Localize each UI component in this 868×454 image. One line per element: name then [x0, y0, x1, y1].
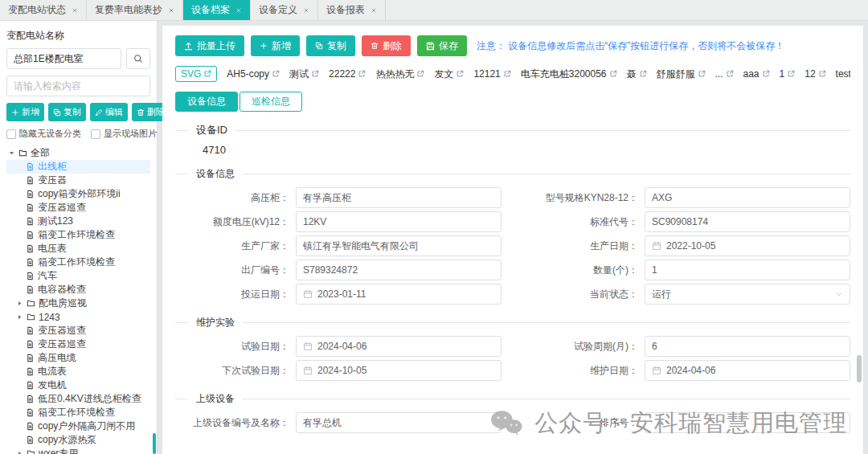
tree-item[interactable]: 变压器巡查 — [6, 337, 150, 351]
close-icon — [72, 7, 78, 14]
device-tag[interactable]: 12 — [805, 68, 825, 80]
text-input[interactable]: 12KV — [296, 211, 502, 232]
form-field: 数量(个)：1 — [524, 260, 850, 280]
toolbar-upload-button[interactable]: 批量上传 — [175, 35, 244, 56]
date-input[interactable]: 2024-04-06 — [645, 360, 850, 381]
device-tag[interactable]: 1 — [780, 68, 796, 80]
text-input[interactable]: 1 — [645, 260, 850, 280]
station-input[interactable] — [6, 48, 121, 69]
window-tab[interactable]: 变配电站状态 — [0, 0, 87, 20]
toolbar-save-button[interactable]: 保存 — [417, 35, 467, 56]
launch-icon — [503, 70, 511, 78]
search-button[interactable] — [126, 48, 150, 69]
window-tab[interactable]: 设备定义 — [251, 0, 318, 20]
window-tab[interactable]: 设备档案 — [183, 0, 251, 20]
main-scrollbar-thumb[interactable] — [857, 355, 862, 382]
device-tag[interactable]: 聂 — [627, 67, 647, 81]
device-tag[interactable]: 测试 — [289, 67, 319, 81]
watermark-text: 公众号 · 安科瑞智慧用电管理 — [534, 407, 847, 440]
tree-item[interactable]: 变压器巡查 — [6, 324, 150, 337]
field-label: 生产日期： — [524, 239, 645, 253]
device-tag[interactable]: SVG — [175, 66, 217, 82]
tree-item[interactable]: 变压器巡查 — [6, 201, 150, 215]
sidebar-checkbox[interactable]: 隐藏无设备分类 — [6, 128, 81, 140]
toolbar-copy-button[interactable]: 复制 — [306, 35, 355, 56]
tree-item-label: 低压0.4KV进线总柜检查 — [38, 392, 141, 406]
tree-item[interactable]: 出线柜 — [6, 160, 150, 174]
date-input[interactable]: 2023-01-11 — [296, 284, 502, 305]
tree-item[interactable]: 发电机 — [6, 378, 150, 392]
tree-item[interactable]: 箱变工作环境检查 — [6, 256, 150, 269]
doc-icon — [26, 367, 35, 376]
tree-item[interactable]: 1243 — [6, 310, 150, 324]
device-tag[interactable]: aaa — [743, 68, 770, 80]
device-tag[interactable]: 热热热无 — [375, 67, 424, 81]
device-tag[interactable]: 12121 — [473, 68, 510, 80]
text-input[interactable]: 镇江有孚智能电气有限公司 — [296, 235, 502, 256]
field-label: 上级设备编号及名称： — [175, 416, 296, 430]
device-tag[interactable]: AH5-copy — [227, 68, 280, 80]
content-tab[interactable]: 巡检信息 — [240, 92, 302, 112]
tree-item-label: 箱变工作环境检查 — [38, 256, 115, 269]
toolbar-delete-button[interactable]: 删除 — [362, 35, 411, 56]
text-input[interactable]: S789324872 — [296, 260, 502, 280]
sidebar-checkbox[interactable]: 显示现场图片 — [91, 128, 157, 140]
date-input[interactable]: 2024-04-06 — [296, 336, 502, 357]
sidebar-plus-button[interactable]: 新增 — [6, 103, 44, 121]
device-tag[interactable]: 22222 — [329, 68, 366, 80]
section-divider: 设备信息 — [175, 167, 850, 181]
sidebar-copy-button[interactable]: 复制 — [48, 103, 86, 121]
field-label: 高压柜： — [175, 191, 296, 205]
input-value: 2024-04-06 — [666, 365, 715, 376]
content-tab[interactable]: 设备信息 — [175, 92, 238, 112]
select-input[interactable]: 运行 — [645, 284, 850, 305]
toolbar-plus-button[interactable]: 新增 — [251, 35, 300, 56]
tree-item[interactable]: wxer专用 — [6, 447, 150, 454]
tree-item[interactable]: 测试123 — [6, 215, 150, 228]
form-field: 标准代号：SC90908174 — [524, 211, 850, 232]
device-tag[interactable]: 舒服舒服 — [657, 67, 706, 81]
field-label: 试验日期： — [175, 340, 296, 354]
sidebar-scrollbar-thumb[interactable] — [153, 433, 156, 454]
window-tab[interactable]: 复费率电能表抄 — [87, 0, 183, 20]
tree-item[interactable]: 配电房巡视 — [6, 297, 150, 310]
tree-item[interactable]: 电容器检查 — [6, 283, 150, 297]
date-input[interactable]: 2022-10-05 — [645, 235, 850, 256]
device-tag[interactable]: ... — [715, 68, 734, 80]
window-tab[interactable]: 设备报表 — [318, 0, 386, 20]
close-icon — [303, 7, 309, 14]
sidebar: 变配电站名称 新增复制编辑删除 隐藏无设备分类显示现场图片 全部出线柜变压器co… — [0, 21, 158, 454]
launch-icon — [726, 70, 734, 78]
plus-icon — [260, 42, 268, 50]
tree-item[interactable]: 电压表 — [6, 242, 150, 256]
text-input[interactable]: 有孚总机 — [296, 412, 502, 433]
form-field: 出厂编号：S789324872 — [175, 260, 502, 280]
tree-item[interactable]: 变压器 — [6, 174, 150, 187]
tree-item[interactable]: copy水源热泵 — [6, 433, 150, 447]
tree-root[interactable]: 全部 — [6, 146, 150, 160]
text-input[interactable]: 6 — [645, 336, 850, 357]
checkbox[interactable] — [91, 129, 100, 139]
doc-icon — [26, 381, 35, 390]
text-input[interactable]: 有孚高压柜 — [296, 187, 502, 208]
chevron-down-icon — [835, 290, 843, 298]
doc-icon — [26, 203, 35, 212]
tree-item[interactable]: copy户外隔高刀闸不用 — [6, 419, 150, 433]
date-input[interactable]: 2024-10-05 — [296, 360, 502, 381]
checkbox[interactable] — [6, 129, 16, 139]
device-tag[interactable]: 发文 — [434, 67, 464, 81]
tree-item[interactable]: 汽车 — [6, 269, 150, 283]
tree-item[interactable]: 高压电缆 — [6, 351, 150, 365]
text-input[interactable]: AXG — [645, 187, 850, 208]
tree-item[interactable]: 电流表 — [6, 365, 150, 378]
sidebar-edit-button[interactable]: 编辑 — [90, 103, 128, 121]
input-value: 2024-10-05 — [317, 365, 366, 376]
device-tag[interactable]: 电车充电桩3200056 — [521, 67, 617, 81]
text-input[interactable]: SC90908174 — [645, 211, 850, 232]
tree-item[interactable]: 箱变工作环境检查 — [6, 406, 150, 419]
search-input[interactable] — [6, 76, 150, 96]
tree-item[interactable]: 低压0.4KV进线总柜检查 — [6, 392, 150, 406]
tree-item[interactable]: copy箱变外部环境ii — [6, 187, 150, 201]
tree-item[interactable]: 箱变工作环境检查 — [6, 228, 150, 242]
device-tag[interactable]: test — [836, 68, 850, 80]
